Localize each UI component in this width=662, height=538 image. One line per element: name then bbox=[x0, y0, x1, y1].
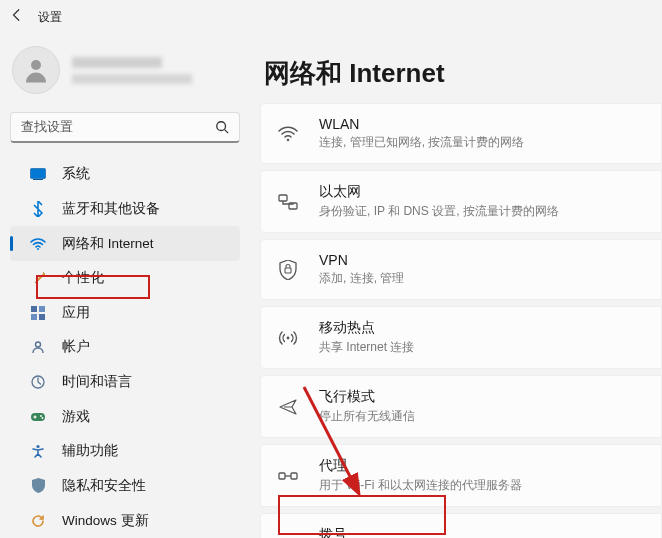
card-title: 拨号 bbox=[319, 526, 438, 538]
sidebar-item-gaming[interactable]: 游戏 bbox=[10, 399, 240, 434]
shield-icon bbox=[30, 478, 46, 494]
card-title: 飞行模式 bbox=[319, 388, 415, 406]
svg-point-18 bbox=[287, 138, 289, 140]
sidebar-item-label: Windows 更新 bbox=[62, 512, 149, 530]
card-sub: 连接, 管理已知网络, 按流量计费的网络 bbox=[319, 134, 524, 151]
airplane-icon bbox=[277, 396, 299, 418]
card-sub: 停止所有无线通信 bbox=[319, 408, 415, 425]
sidebar-item-accounts[interactable]: 帐户 bbox=[10, 330, 240, 365]
card-title: 以太网 bbox=[319, 183, 559, 201]
sidebar-item-time[interactable]: 时间和语言 bbox=[10, 365, 240, 400]
brush-icon bbox=[30, 270, 46, 286]
svg-rect-9 bbox=[39, 314, 45, 320]
sidebar-item-label: 系统 bbox=[62, 165, 90, 183]
ethernet-icon bbox=[277, 191, 299, 213]
window-title: 设置 bbox=[38, 9, 62, 26]
sidebar-item-label: 应用 bbox=[62, 304, 90, 322]
update-icon bbox=[30, 513, 46, 529]
svg-rect-23 bbox=[279, 473, 285, 479]
wifi-icon bbox=[30, 236, 46, 252]
hotspot-icon bbox=[277, 327, 299, 349]
accessibility-icon bbox=[30, 443, 46, 459]
sidebar: 系统 蓝牙和其他设备 网络和 Internet 个性化 应用 帐户 bbox=[0, 34, 250, 538]
card-wlan[interactable]: WLAN 连接, 管理已知网络, 按流量计费的网络 bbox=[260, 103, 662, 164]
person-icon bbox=[21, 55, 51, 85]
sidebar-item-system[interactable]: 系统 bbox=[10, 157, 240, 192]
svg-point-0 bbox=[31, 60, 41, 70]
card-sub: 共享 Internet 连接 bbox=[319, 339, 414, 356]
svg-rect-3 bbox=[31, 169, 46, 179]
svg-rect-12 bbox=[31, 413, 45, 421]
svg-point-22 bbox=[287, 336, 290, 339]
apps-icon bbox=[30, 305, 46, 321]
profile-name-blurred bbox=[72, 57, 162, 68]
sidebar-item-label: 游戏 bbox=[62, 408, 90, 426]
wifi-icon bbox=[277, 123, 299, 145]
sidebar-item-accessibility[interactable]: 辅助功能 bbox=[10, 434, 240, 469]
svg-rect-21 bbox=[285, 268, 291, 273]
svg-rect-16 bbox=[34, 415, 35, 418]
sidebar-item-label: 时间和语言 bbox=[62, 373, 132, 391]
card-hotspot[interactable]: 移动热点 共享 Internet 连接 bbox=[260, 306, 662, 369]
back-button[interactable] bbox=[10, 8, 24, 26]
svg-point-13 bbox=[40, 415, 42, 417]
system-icon bbox=[30, 166, 46, 182]
sidebar-item-label: 隐私和安全性 bbox=[62, 477, 146, 495]
card-dialup[interactable]: 拨号 设置拨号 Internet 连接 bbox=[260, 513, 662, 538]
dialup-icon bbox=[277, 534, 299, 539]
card-ethernet[interactable]: 以太网 身份验证, IP 和 DNS 设置, 按流量计费的网络 bbox=[260, 170, 662, 233]
card-proxy[interactable]: 代理 用于 Wi-Fi 和以太网连接的代理服务器 bbox=[260, 444, 662, 507]
sidebar-nav: 系统 蓝牙和其他设备 网络和 Internet 个性化 应用 帐户 bbox=[6, 157, 244, 538]
svg-point-1 bbox=[217, 122, 226, 131]
proxy-icon bbox=[277, 465, 299, 487]
card-sub: 身份验证, IP 和 DNS 设置, 按流量计费的网络 bbox=[319, 203, 559, 220]
svg-rect-8 bbox=[31, 314, 37, 320]
sidebar-item-label: 辅助功能 bbox=[62, 442, 118, 460]
card-title: WLAN bbox=[319, 116, 524, 132]
card-title: 移动热点 bbox=[319, 319, 414, 337]
arrow-left-icon bbox=[10, 8, 24, 22]
svg-point-10 bbox=[36, 342, 41, 347]
sidebar-item-personalization[interactable]: 个性化 bbox=[10, 261, 240, 296]
card-sub: 用于 Wi-Fi 和以太网连接的代理服务器 bbox=[319, 477, 522, 494]
sidebar-item-privacy[interactable]: 隐私和安全性 bbox=[10, 469, 240, 504]
card-vpn[interactable]: VPN 添加, 连接, 管理 bbox=[260, 239, 662, 300]
content: 网络和 Internet WLAN 连接, 管理已知网络, 按流量计费的网络 以… bbox=[250, 34, 662, 538]
gaming-icon bbox=[30, 409, 46, 425]
svg-rect-24 bbox=[291, 473, 297, 479]
svg-point-14 bbox=[42, 417, 44, 419]
card-title: 代理 bbox=[319, 457, 522, 475]
profile-email-blurred bbox=[72, 74, 192, 84]
svg-rect-6 bbox=[31, 306, 37, 312]
svg-rect-7 bbox=[39, 306, 45, 312]
card-title: VPN bbox=[319, 252, 404, 268]
svg-point-5 bbox=[37, 248, 39, 250]
page-title: 网络和 Internet bbox=[264, 56, 662, 91]
accounts-icon bbox=[30, 339, 46, 355]
sidebar-item-network[interactable]: 网络和 Internet bbox=[10, 226, 240, 261]
avatar bbox=[12, 46, 60, 94]
sidebar-item-label: 蓝牙和其他设备 bbox=[62, 200, 160, 218]
clock-icon bbox=[30, 374, 46, 390]
svg-rect-4 bbox=[33, 179, 43, 180]
svg-point-17 bbox=[36, 445, 39, 448]
search-icon bbox=[215, 120, 229, 134]
sidebar-item-update[interactable]: Windows 更新 bbox=[10, 503, 240, 538]
search-input[interactable] bbox=[10, 112, 240, 143]
sidebar-item-bluetooth[interactable]: 蓝牙和其他设备 bbox=[10, 192, 240, 227]
sidebar-item-label: 帐户 bbox=[62, 338, 90, 356]
sidebar-item-label: 个性化 bbox=[62, 269, 104, 287]
vpn-shield-icon bbox=[277, 259, 299, 281]
svg-rect-19 bbox=[279, 195, 287, 201]
search-field[interactable] bbox=[21, 119, 215, 134]
svg-line-2 bbox=[225, 130, 229, 134]
profile[interactable] bbox=[6, 42, 244, 112]
card-airplane[interactable]: 飞行模式 停止所有无线通信 bbox=[260, 375, 662, 438]
card-sub: 添加, 连接, 管理 bbox=[319, 270, 404, 287]
sidebar-item-apps[interactable]: 应用 bbox=[10, 295, 240, 330]
bluetooth-icon bbox=[30, 201, 46, 217]
sidebar-item-label: 网络和 Internet bbox=[62, 235, 154, 253]
